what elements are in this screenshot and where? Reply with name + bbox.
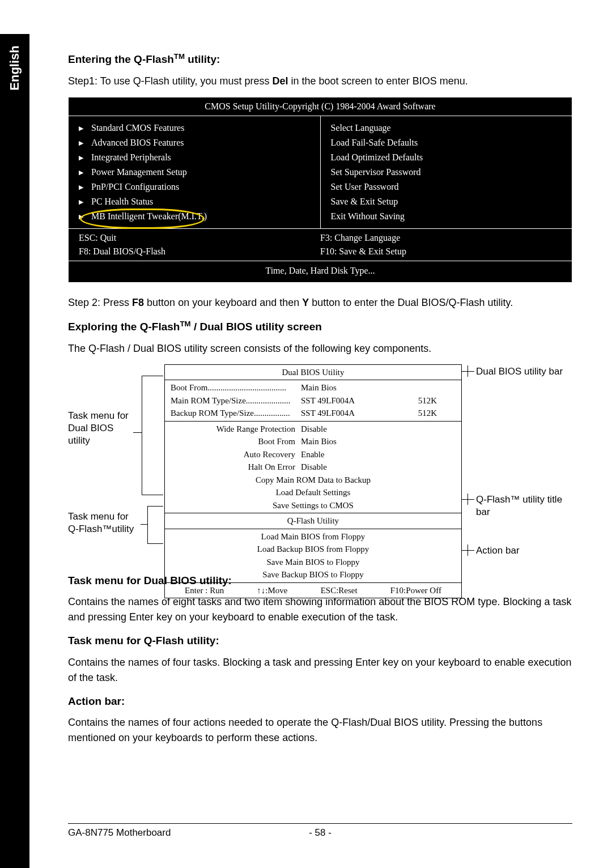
value: 512K (392, 394, 437, 407)
task-item[interactable]: Load Main BIOS from Floppy (171, 530, 456, 543)
task-item[interactable]: Load Backup BIOS from Floppy (171, 543, 456, 556)
cmos-footer: Time, Date, Hard Disk Type... (69, 261, 572, 282)
value: Disable (301, 461, 456, 474)
callout-line (142, 495, 163, 495)
cmos-item[interactable]: ▶Power Management Setup (79, 165, 310, 180)
callout-line (462, 371, 474, 372)
label: Select Language (331, 121, 391, 135)
step2-text: Step 2: Press F8 button on your keyboard… (68, 295, 572, 310)
language-tab: English (0, 34, 29, 102)
label: Load Optimized Defaults (331, 151, 423, 164)
task-item[interactable]: Load Default Settings (171, 486, 456, 499)
triangle-icon: ▶ (79, 124, 83, 133)
label: Set Supervisor Password (331, 165, 421, 179)
value: SST 49LF004A (301, 407, 392, 420)
qflash-section: Q-Flash Utility (165, 513, 461, 529)
esc-hint: ESC: Quit (79, 231, 320, 245)
heading-entering: Entering the Q-FlashTM utility: (68, 51, 572, 68)
footer-left: GA-8N775 Motherboard (68, 827, 298, 839)
footer-right (343, 827, 572, 839)
task-item[interactable]: Save Backup BIOS to Floppy (171, 568, 456, 581)
f8-hint: F8: Dual BIOS/Q-Flash (79, 245, 320, 258)
action-bar: Enter : Run ↑↓:Move ESC:Reset F10:Power … (165, 582, 461, 598)
language-label: English (7, 45, 22, 90)
callout-line (147, 543, 163, 544)
para-task-qflash: Contains the names of four tasks. Blocki… (68, 655, 572, 686)
cmos-item[interactable]: Load Optimized Defaults (331, 150, 562, 165)
dual-bios-box: Dual BIOS Utility Boot From.............… (164, 364, 462, 599)
callout-line (133, 432, 142, 433)
option-row[interactable]: Auto RecoveryEnable (171, 448, 456, 461)
callout-dual-bar: Dual BIOS utility bar (476, 365, 563, 378)
option-row[interactable]: Boot FromMain Bios (171, 435, 456, 448)
callout-line (142, 376, 142, 495)
key-col-right: F3: Change Language F10: Save & Exit Set… (320, 231, 562, 258)
para-action-bar: Contains the names of four actions neede… (68, 715, 572, 746)
action-hint: ↑↓:Move (257, 584, 287, 597)
option-row[interactable]: Wide Range ProtectionDisable (171, 423, 456, 436)
triangle-icon: ▶ (79, 182, 83, 192)
callout-line (142, 376, 163, 376)
cmos-item[interactable]: Set User Password (331, 180, 562, 194)
label: MB Intelligent Tweaker(M.I.T.) (91, 210, 207, 223)
page-footer: GA-8N775 Motherboard - 58 - (68, 823, 572, 839)
intro-text: The Q-Flash / Dual BIOS utility screen c… (68, 341, 572, 356)
label: Exit Without Saving (331, 210, 405, 223)
heading-action-bar: Action bar: (68, 693, 572, 710)
cmos-item[interactable]: ▶PC Health Status (79, 194, 310, 209)
value: Enable (301, 448, 456, 461)
key-y: Y (302, 297, 309, 308)
cmos-item[interactable]: Exit Without Saving (331, 209, 562, 224)
action-hint: F10:Power Off (390, 584, 441, 597)
label: PC Health Status (91, 195, 153, 209)
qflash-items: Load Main BIOS from Floppy Load Backup B… (165, 529, 461, 582)
cmos-item[interactable]: ▶Advanced BIOS Features (79, 135, 310, 150)
text: Task menu for (68, 510, 134, 523)
label: Advanced BIOS Features (91, 136, 184, 150)
f10-hint: F10: Save & Exit Setup (320, 245, 562, 258)
label: Set User Password (331, 180, 399, 194)
option-row[interactable]: Halt On ErrorDisable (171, 461, 456, 474)
label: Standard CMOS Features (91, 121, 184, 135)
heading-task-qflash: Task menu for Q-Flash utility: (68, 633, 572, 649)
value: 512K (392, 407, 437, 420)
callout-task-dual: Task menu for Dual BIOS utility (68, 410, 129, 447)
heading-text: utility: (185, 53, 220, 65)
callout-line (468, 544, 468, 556)
label: Load Fail-Safe Defaults (331, 136, 418, 150)
callout-line (147, 506, 163, 507)
cmos-item[interactable]: Load Fail-Safe Defaults (331, 135, 562, 150)
info-section: Boot From...............................… (165, 380, 461, 421)
cmos-item[interactable]: ▶MB Intelligent Tweaker(M.I.T.) (79, 209, 310, 224)
cmos-item[interactable]: ▶Standard CMOS Features (79, 121, 310, 135)
triangle-icon: ▶ (79, 197, 83, 207)
text: bar (476, 506, 562, 518)
task-item[interactable]: Save Main BIOS to Floppy (171, 556, 456, 569)
triangle-icon: ▶ (79, 153, 83, 163)
label: Backup ROM Type/Size................. (171, 407, 301, 420)
label: Integrated Peripherals (91, 151, 171, 164)
cmos-right-col: Select Language Load Fail-Safe Defaults … (321, 116, 572, 228)
task-item[interactable]: Copy Main ROM Data to Backup (171, 474, 456, 487)
callout-task-qflash: Task menu for Q-Flash™utility (68, 510, 134, 535)
info-row: Boot From...............................… (171, 381, 456, 394)
action-hint: ESC:Reset (321, 584, 358, 597)
cmos-key-row: ESC: Quit F8: Dual BIOS/Q-Flash F3: Chan… (69, 229, 572, 261)
heading-text: Exploring the Q-Flash (68, 321, 180, 333)
dual-bios-figure: Dual BIOS Utility Boot From.............… (68, 364, 572, 557)
cmos-item[interactable]: ▶Integrated Peripherals (79, 150, 310, 165)
cmos-item[interactable]: Select Language (331, 121, 562, 135)
heading-exploring: Exploring the Q-FlashTM / Dual BIOS util… (68, 318, 572, 335)
cmos-body: ▶Standard CMOS Features ▶Advanced BIOS F… (69, 116, 572, 229)
label: Halt On Error (171, 461, 301, 474)
text: button on your keyboard and then (144, 297, 302, 308)
task-item[interactable]: Save Settings to CMOS (171, 499, 456, 512)
tm-mark: TM (180, 320, 190, 328)
callout-line (468, 493, 468, 505)
triangle-icon: ▶ (79, 168, 83, 177)
cmos-item[interactable]: ▶PnP/PCI Configurations (79, 180, 310, 194)
cmos-item[interactable]: Set Supervisor Password (331, 165, 562, 180)
callout-line (141, 524, 147, 525)
cmos-title: CMOS Setup Utility-Copyright (C) 1984-20… (69, 97, 572, 116)
cmos-item[interactable]: Save & Exit Setup (331, 194, 562, 209)
